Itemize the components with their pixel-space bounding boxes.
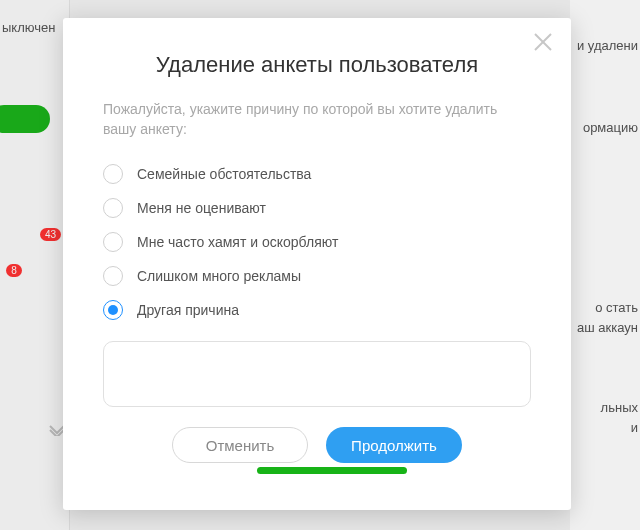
radio-icon	[103, 232, 123, 252]
modal-prompt: Пожалуйста, укажите причину по которой в…	[103, 100, 531, 139]
close-icon	[532, 31, 554, 53]
continue-button[interactable]: Продолжить	[326, 427, 462, 463]
reason-label: Семейные обстоятельства	[137, 166, 311, 182]
radio-icon	[103, 164, 123, 184]
other-reason-input[interactable]	[103, 341, 531, 407]
delete-profile-modal: Удаление анкеты пользователя Пожалуйста,…	[63, 18, 571, 510]
reason-option[interactable]: Слишком много рекламы	[103, 259, 531, 293]
radio-icon	[103, 266, 123, 286]
modal-title: Удаление анкеты пользователя	[103, 52, 531, 78]
reason-option[interactable]: Семейные обстоятельства	[103, 157, 531, 191]
reason-label: Слишком много рекламы	[137, 268, 301, 284]
highlight-mark	[257, 467, 407, 474]
modal-buttons: Отменить Продолжить	[103, 427, 531, 463]
reason-label: Другая причина	[137, 302, 239, 318]
radio-icon	[103, 198, 123, 218]
cancel-button[interactable]: Отменить	[172, 427, 308, 463]
reason-option[interactable]: Другая причина	[103, 293, 531, 327]
reason-label: Мне часто хамят и оскорбляют	[137, 234, 338, 250]
radio-icon	[103, 300, 123, 320]
close-button[interactable]	[529, 28, 557, 56]
reason-option[interactable]: Меня не оценивают	[103, 191, 531, 225]
reason-option[interactable]: Мне часто хамят и оскорбляют	[103, 225, 531, 259]
reason-options: Семейные обстоятельстваМеня не оценивают…	[103, 157, 531, 327]
reason-label: Меня не оценивают	[137, 200, 266, 216]
